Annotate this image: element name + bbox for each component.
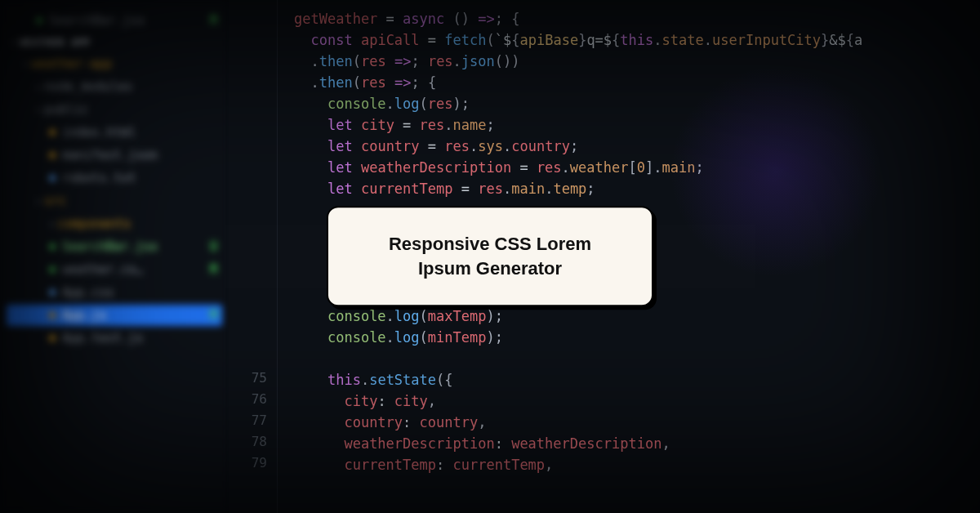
line-number: 77: [229, 410, 267, 431]
line-gutter: 7576777879: [229, 0, 278, 513]
code-line: getWeather = async () =>; {: [294, 8, 964, 29]
code-line: let currentTemp = res.main.temp;: [294, 178, 964, 199]
file-icon: [36, 17, 42, 24]
file-tree-item[interactable]: index.html: [7, 122, 222, 143]
file-label: SearchBar.jsx: [62, 239, 158, 254]
file-tree-item[interactable]: ▾weather-app: [7, 53, 222, 74]
code-line: this.setState({: [294, 369, 964, 390]
file-label: weather-app: [31, 56, 112, 71]
file-tree-item[interactable]: weather.co…M: [7, 259, 222, 280]
line-number: 76: [229, 389, 267, 410]
chevron-down-icon: ▾: [36, 197, 41, 206]
file-icon: [49, 152, 56, 158]
code-line: console.log(minTemp);: [294, 327, 964, 348]
file-tree-item[interactable]: App.jsM: [7, 305, 222, 326]
code-line: currentTemp: currentTemp,: [294, 454, 964, 475]
code-line: console.log(res);: [294, 93, 964, 114]
file-icon: [49, 312, 56, 319]
code-line: [294, 348, 964, 369]
file-tree-item[interactable]: SearchBar.jsxM: [7, 10, 222, 31]
title-text: Responsive CSS Lorem Ipsum Generator: [364, 232, 616, 280]
git-status-badge: U: [210, 239, 217, 254]
file-label: App.css: [62, 285, 114, 300]
file-tree-item[interactable]: ▾components: [7, 213, 222, 234]
git-status-badge: M: [210, 262, 217, 277]
file-icon: [49, 129, 56, 136]
file-label: WEATHER APP: [20, 36, 90, 48]
line-number: 75: [229, 368, 267, 389]
line-number: 79: [229, 453, 267, 474]
file-tree-item[interactable]: ▾public: [7, 99, 222, 120]
file-tree-item[interactable]: ▾WEATHER APP: [7, 33, 222, 51]
file-icon: [49, 243, 56, 250]
file-icon: [49, 266, 56, 273]
line-number: 78: [229, 431, 267, 453]
chevron-down-icon: ▾: [49, 220, 54, 229]
file-icon: [49, 335, 56, 341]
file-label: components: [57, 216, 131, 231]
code-line: let country = res.sys.country;: [294, 136, 964, 157]
file-label: App.js: [62, 308, 106, 323]
file-tree-item[interactable]: App.css: [7, 282, 222, 303]
file-icon: [49, 289, 56, 296]
code-line: const apiCall = fetch(`${apiBase}q=${thi…: [294, 29, 964, 51]
file-tree-item[interactable]: ▸node_modules: [7, 76, 222, 97]
git-status-badge: M: [210, 13, 217, 28]
code-line: country: country,: [294, 412, 964, 433]
code-line: .then(res =>; res.json()): [294, 51, 964, 72]
chevron-down-icon: ▾: [11, 38, 16, 47]
file-label: SearchBar.jsx: [49, 13, 145, 28]
title-card: Responsive CSS Lorem Ipsum Generator: [327, 206, 653, 306]
git-status-badge: M: [210, 308, 217, 323]
file-label: App.test.js: [62, 331, 143, 346]
file-explorer: SearchBar.jsxM▾WEATHER APP▾weather-app▸n…: [0, 0, 229, 513]
file-tree-item[interactable]: ▾src: [7, 190, 222, 212]
chevron-right-icon: ▸: [36, 83, 41, 91]
file-tree-item[interactable]: App.test.js: [7, 328, 222, 349]
file-label: index.html: [62, 125, 136, 140]
file-tree-item[interactable]: SearchBar.jsxU: [7, 236, 222, 257]
file-label: manifest.json: [62, 148, 158, 163]
code-line: weatherDescription: weatherDescription,: [294, 433, 964, 454]
file-icon: [49, 175, 56, 181]
file-label: node_modules: [44, 79, 132, 94]
file-label: src: [44, 194, 66, 208]
code-line: let weatherDescription = res.weather[0].…: [294, 157, 964, 178]
code-line: city: city,: [294, 390, 964, 412]
chevron-down-icon: ▾: [36, 105, 41, 114]
file-label: weather.co…: [62, 262, 143, 277]
file-label: robots.txt: [62, 171, 136, 185]
file-tree-item[interactable]: manifest.json: [7, 145, 222, 166]
code-line: let city = res.name;: [294, 114, 964, 136]
file-tree-item[interactable]: robots.txt: [7, 167, 222, 189]
chevron-down-icon: ▾: [23, 60, 28, 69]
file-label: public: [44, 102, 88, 117]
code-line: .then(res =>; {: [294, 72, 964, 93]
